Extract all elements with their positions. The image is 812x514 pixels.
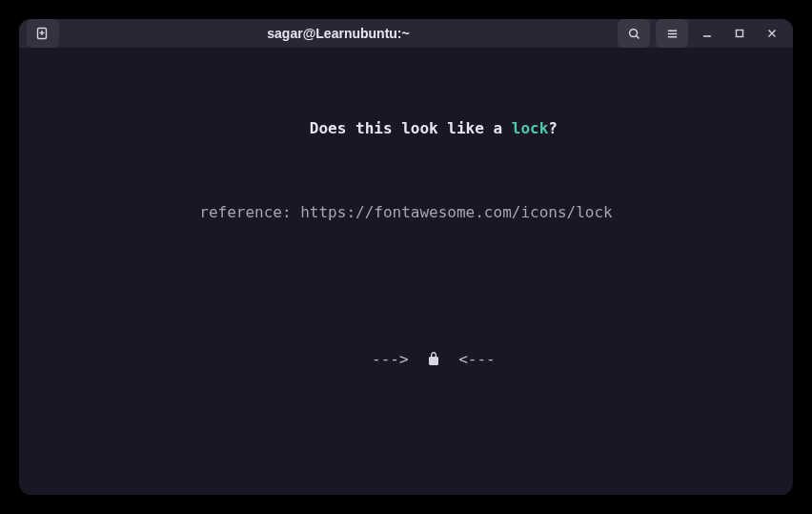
minimize-icon [701, 28, 713, 39]
hamburger-icon [665, 27, 680, 41]
reference-line: reference: https://fontawesome.com/icons… [29, 202, 783, 223]
maximize-button[interactable] [726, 20, 753, 47]
maximize-icon [734, 28, 745, 39]
close-button[interactable] [759, 20, 785, 47]
terminal-window: sagar@Learnubuntu:~ [19, 19, 793, 495]
lock-icon [427, 351, 440, 366]
minimize-button[interactable] [694, 20, 721, 47]
window-title: sagar@Learnubuntu:~ [65, 26, 612, 41]
question-suffix: ? [548, 119, 558, 137]
arrow-right: <--- [458, 350, 496, 368]
close-icon [766, 28, 778, 39]
new-tab-button[interactable] [27, 19, 59, 48]
search-icon [627, 27, 641, 41]
arrow-left: ---> [372, 350, 409, 368]
menu-button[interactable] [656, 19, 688, 48]
search-button[interactable] [618, 19, 650, 48]
titlebar: sagar@Learnubuntu:~ [19, 19, 793, 48]
svg-rect-2 [737, 31, 743, 37]
titlebar-right [618, 19, 785, 48]
svg-point-1 [629, 29, 637, 36]
question-highlight: lock [512, 119, 549, 137]
terminal-content[interactable]: Does this look like a lock? reference: h… [19, 48, 793, 495]
question-prefix: Does this look like a [310, 119, 512, 137]
